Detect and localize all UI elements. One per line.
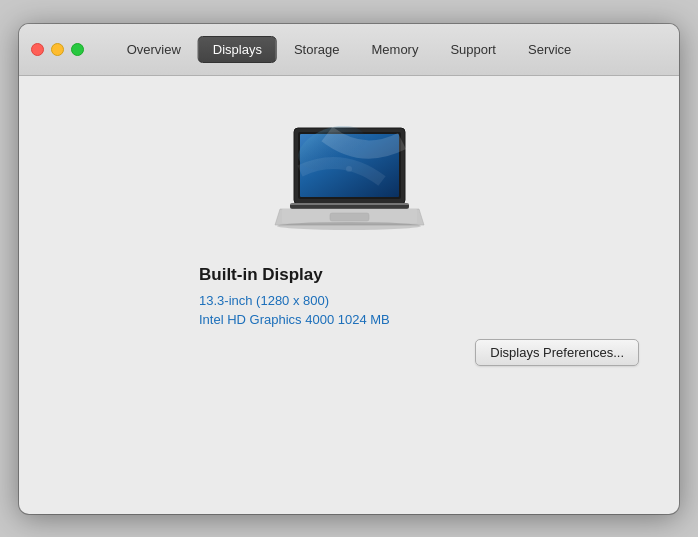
- tab-service[interactable]: Service: [513, 36, 586, 63]
- tab-storage[interactable]: Storage: [279, 36, 355, 63]
- tab-bar: Overview Displays Storage Memory Support…: [112, 36, 587, 63]
- titlebar: Overview Displays Storage Memory Support…: [19, 24, 679, 76]
- displays-preferences-button[interactable]: Displays Preferences...: [475, 339, 639, 366]
- tab-displays[interactable]: Displays: [198, 36, 277, 63]
- display-gpu: Intel HD Graphics 4000 1024 MB: [199, 312, 499, 327]
- bottom-bar: Displays Preferences...: [39, 327, 659, 378]
- svg-point-7: [277, 222, 421, 230]
- laptop-image: [272, 126, 427, 235]
- maximize-button[interactable]: [71, 43, 84, 56]
- tab-memory[interactable]: Memory: [357, 36, 434, 63]
- tab-support[interactable]: Support: [435, 36, 511, 63]
- display-title: Built-in Display: [199, 265, 499, 285]
- display-resolution: 13.3-inch (1280 x 800): [199, 293, 499, 308]
- traffic-lights: [31, 43, 84, 56]
- display-info: Built-in Display 13.3-inch (1280 x 800) …: [199, 265, 499, 327]
- window: Overview Displays Storage Memory Support…: [19, 24, 679, 514]
- svg-point-9: [346, 166, 352, 172]
- minimize-button[interactable]: [51, 43, 64, 56]
- tab-overview[interactable]: Overview: [112, 36, 196, 63]
- close-button[interactable]: [31, 43, 44, 56]
- content-area: Built-in Display 13.3-inch (1280 x 800) …: [19, 76, 679, 514]
- svg-rect-6: [330, 213, 369, 221]
- svg-rect-8: [290, 203, 409, 205]
